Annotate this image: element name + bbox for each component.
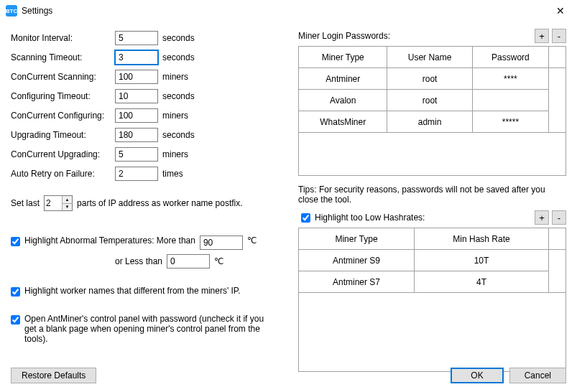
setlast-prefix: Set last <box>11 198 40 208</box>
scanning-timeout-input[interactable] <box>115 50 158 65</box>
hashrates-table[interactable]: Miner Type Min Hash Rate Antminer S9 10T… <box>298 228 566 293</box>
scanning-timeout-label: Scanning Timeout: <box>11 52 115 62</box>
table-row[interactable]: Antminer S9 10T <box>299 250 566 271</box>
passwords-header-user: User Name <box>387 47 472 68</box>
passwords-header-type: Miner Type <box>299 47 387 68</box>
highlight-worker-checkbox[interactable] <box>11 287 20 297</box>
concurrent-configuring-unit: miners <box>162 111 188 121</box>
highlight-worker-label: Highlight worker names that different fr… <box>24 286 241 296</box>
spinner-down-icon[interactable]: ▼ <box>63 204 72 211</box>
highlight-temp-less-label: or Less than <box>115 256 162 266</box>
hashrates-remove-button[interactable]: - <box>552 210 566 225</box>
table-row[interactable]: Antminer root **** <box>299 68 566 90</box>
hashrates-checkbox[interactable] <box>301 213 310 223</box>
app-icon: BTC <box>6 5 17 17</box>
ok-button[interactable]: OK <box>451 368 503 383</box>
hashrates-header-type: Miner Type <box>299 228 415 250</box>
concurrent-configuring-label: ConCurrent Configuring: <box>11 111 115 121</box>
scanning-timeout-unit: seconds <box>162 52 195 62</box>
concurrent-upgrading-unit: miners <box>162 149 188 159</box>
highlight-temp-label: Highlight Abnormal Temperatures: More th… <box>24 235 195 246</box>
hashrates-title: Highlight too Low Hashrates: <box>315 213 532 223</box>
setlast-spinner[interactable]: ▲ ▼ <box>44 195 73 211</box>
concurrent-scanning-label: ConCurrent Scanning: <box>11 72 115 82</box>
table-row[interactable]: Avalon root <box>299 90 566 111</box>
concurrent-upgrading-input[interactable] <box>115 147 158 162</box>
monitor-interval-input[interactable] <box>115 31 158 45</box>
configuring-timeout-unit: seconds <box>162 91 195 101</box>
hashrates-add-button[interactable]: + <box>535 210 549 225</box>
highlight-temp-more-unit: ℃ <box>247 235 257 246</box>
passwords-remove-button[interactable]: - <box>552 29 566 43</box>
restore-defaults-button[interactable]: Restore Defaults <box>11 368 96 383</box>
auto-retry-input[interactable] <box>115 167 158 181</box>
concurrent-upgrading-label: ConCurrent Upgrading: <box>11 149 115 159</box>
concurrent-scanning-input[interactable] <box>115 70 158 84</box>
upgrading-timeout-unit: seconds <box>162 130 195 140</box>
setlast-suffix: parts of IP address as worker name postf… <box>77 198 243 208</box>
window-title: Settings <box>22 6 550 16</box>
passwords-table-empty <box>298 133 566 176</box>
tips-text: Tips: For security reasons, passwords wi… <box>298 185 566 205</box>
highlight-temp-less-input[interactable] <box>167 254 210 269</box>
open-control-label: Open AntMiner's control panel with passw… <box>24 314 269 344</box>
passwords-header-pass: Password <box>472 47 548 68</box>
concurrent-configuring-input[interactable] <box>115 108 158 123</box>
close-icon[interactable]: ✕ <box>550 5 571 17</box>
hashrates-header-rate: Min Hash Rate <box>415 228 549 250</box>
configuring-timeout-input[interactable] <box>115 89 158 103</box>
highlight-temp-more-input[interactable] <box>200 235 243 250</box>
configuring-timeout-label: Configuring Timeout: <box>11 91 115 101</box>
passwords-add-button[interactable]: + <box>535 29 549 43</box>
cancel-button[interactable]: Cancel <box>509 368 566 383</box>
passwords-table[interactable]: Miner Type User Name Password Antminer r… <box>298 46 566 133</box>
passwords-title: Miner Login Passwords: <box>298 31 532 41</box>
auto-retry-label: Auto Retry on Failure: <box>11 169 115 179</box>
spinner-up-icon[interactable]: ▲ <box>63 196 72 204</box>
open-control-checkbox[interactable] <box>11 315 20 325</box>
upgrading-timeout-label: Upgrading Timeout: <box>11 130 115 140</box>
setlast-input[interactable] <box>45 196 62 210</box>
highlight-temp-less-unit: ℃ <box>214 256 223 266</box>
upgrading-timeout-input[interactable] <box>115 128 158 142</box>
table-row[interactable]: WhatsMiner admin ***** <box>299 111 566 133</box>
hashrates-header-pad <box>549 228 566 250</box>
auto-retry-unit: times <box>162 169 183 179</box>
monitor-interval-label: Monitor Interval: <box>11 33 115 43</box>
table-row[interactable]: Antminer S7 4T <box>299 271 566 293</box>
hashrates-table-empty <box>298 293 566 372</box>
monitor-interval-unit: seconds <box>162 33 195 43</box>
passwords-header-pad <box>549 47 566 68</box>
highlight-temp-checkbox[interactable] <box>11 237 20 246</box>
concurrent-scanning-unit: miners <box>162 72 188 82</box>
